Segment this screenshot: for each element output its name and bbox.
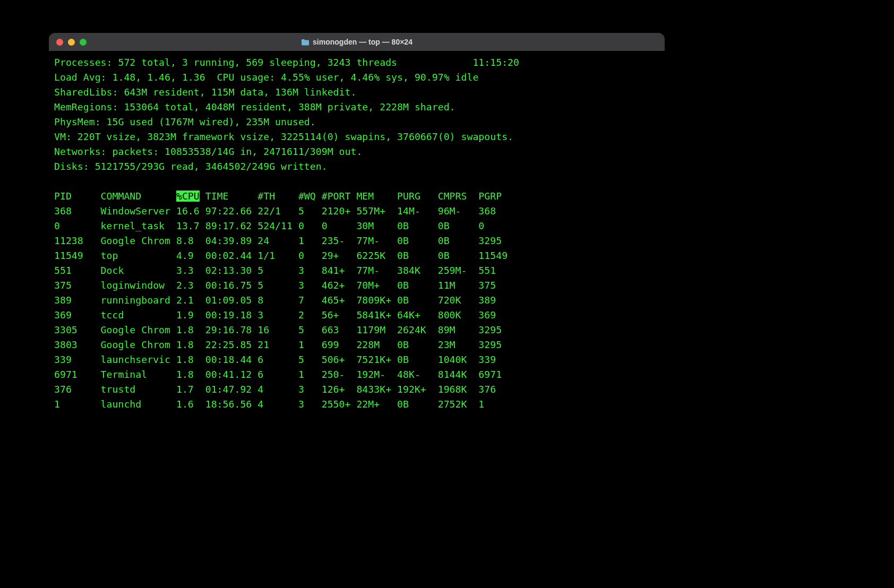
zoom-button[interactable]: [80, 39, 87, 46]
window-title-text: simonogden — top — 80×24: [313, 38, 412, 46]
window-title: simonogden — top — 80×24: [49, 38, 665, 46]
sort-column-cpu[interactable]: %CPU: [176, 191, 200, 202]
terminal-window: simonogden — top — 80×24 Processes: 572 …: [49, 33, 665, 416]
titlebar[interactable]: simonogden — top — 80×24: [49, 33, 665, 51]
terminal-content[interactable]: Processes: 572 total, 3 running, 569 sle…: [49, 51, 665, 416]
close-button[interactable]: [56, 39, 63, 46]
window-controls: [49, 39, 87, 46]
folder-icon: [301, 39, 310, 46]
minimize-button[interactable]: [68, 39, 75, 46]
